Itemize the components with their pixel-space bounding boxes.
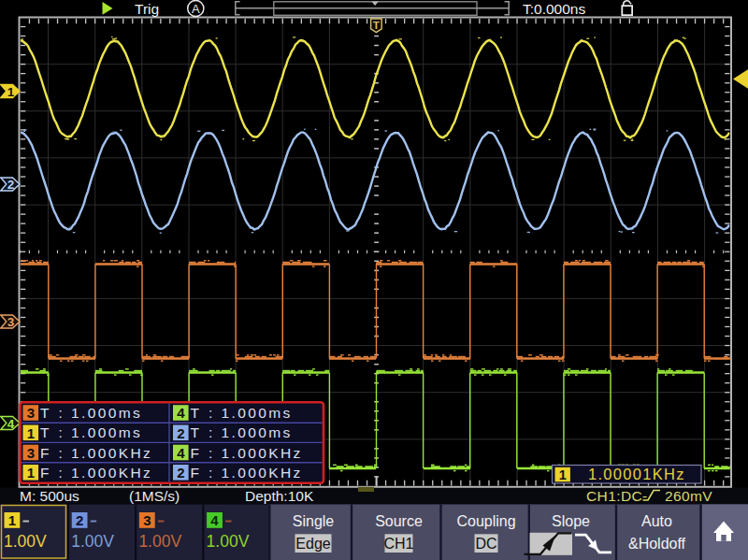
svg-text:4: 4	[210, 512, 219, 528]
svg-text:Depth:10K: Depth:10K	[245, 488, 314, 504]
svg-text:T:0.000ns: T:0.000ns	[523, 1, 585, 17]
svg-text:1.000ms: 1.000ms	[71, 405, 142, 421]
svg-text::: :	[209, 424, 212, 440]
svg-text:1.000KHz: 1.000KHz	[71, 445, 152, 461]
svg-text:3: 3	[27, 445, 35, 461]
svg-text:2: 2	[7, 178, 15, 192]
svg-text::: :	[209, 405, 212, 421]
svg-text:1: 1	[559, 467, 567, 482]
svg-text:F: F	[40, 445, 49, 461]
svg-text:Single: Single	[293, 513, 335, 529]
svg-text:1.000KHz: 1.000KHz	[222, 465, 303, 481]
svg-text:CH1: CH1	[383, 536, 413, 552]
svg-text:4: 4	[177, 445, 185, 461]
svg-text:Trig: Trig	[135, 1, 159, 17]
svg-text:T: T	[40, 405, 50, 421]
svg-text:2: 2	[177, 465, 184, 481]
svg-text:1.000ms: 1.000ms	[71, 424, 142, 440]
svg-text:4: 4	[7, 417, 15, 431]
svg-text:&Holdoff: &Holdoff	[628, 536, 686, 552]
svg-text:1: 1	[7, 85, 15, 99]
svg-text:3: 3	[27, 405, 35, 421]
svg-text:3: 3	[143, 512, 151, 528]
svg-text:1.000KHz: 1.000KHz	[222, 445, 303, 461]
svg-text:A: A	[192, 2, 200, 16]
svg-text:Slope: Slope	[552, 513, 590, 529]
svg-text:1.00V: 1.00V	[71, 532, 114, 551]
svg-text:Coupling: Coupling	[456, 513, 515, 529]
svg-text::: :	[209, 445, 212, 461]
svg-text:(1MS/s): (1MS/s)	[129, 488, 180, 504]
svg-text:4: 4	[177, 405, 185, 421]
svg-text:F: F	[40, 465, 49, 481]
svg-text:1.000ms: 1.000ms	[222, 405, 293, 421]
svg-text::: :	[59, 465, 63, 481]
svg-text:Auto: Auto	[641, 513, 672, 529]
svg-text::: :	[209, 465, 212, 481]
svg-text::: :	[59, 405, 63, 421]
svg-text:CH1:DC-: CH1:DC-	[586, 488, 648, 504]
svg-text::: :	[59, 445, 63, 461]
svg-text:Edge: Edge	[295, 536, 330, 552]
svg-text:260mV: 260mV	[665, 488, 712, 504]
svg-text::: :	[59, 424, 63, 440]
svg-text:1: 1	[27, 425, 35, 441]
svg-text:3: 3	[7, 315, 15, 329]
svg-text:T: T	[373, 20, 380, 31]
svg-text:T: T	[191, 405, 200, 421]
svg-text:1.00001KHz: 1.00001KHz	[588, 466, 685, 482]
svg-text:1.00V: 1.00V	[138, 532, 181, 551]
svg-text:T: T	[191, 424, 200, 440]
svg-text:1: 1	[27, 465, 35, 481]
svg-text:1.00V: 1.00V	[207, 532, 250, 551]
svg-text:F: F	[191, 445, 199, 461]
svg-text:1.000ms: 1.000ms	[222, 424, 293, 440]
svg-text:1.00V: 1.00V	[4, 532, 47, 551]
svg-text:2: 2	[177, 425, 184, 441]
svg-text:1: 1	[8, 512, 16, 528]
svg-text:T: T	[40, 424, 50, 440]
svg-text:M: 500us: M: 500us	[20, 488, 79, 504]
svg-text:Source: Source	[375, 513, 423, 529]
svg-text:2: 2	[76, 512, 83, 528]
svg-text:F: F	[191, 465, 199, 481]
svg-text:DC: DC	[475, 536, 496, 552]
svg-text:1.000KHz: 1.000KHz	[71, 465, 152, 481]
